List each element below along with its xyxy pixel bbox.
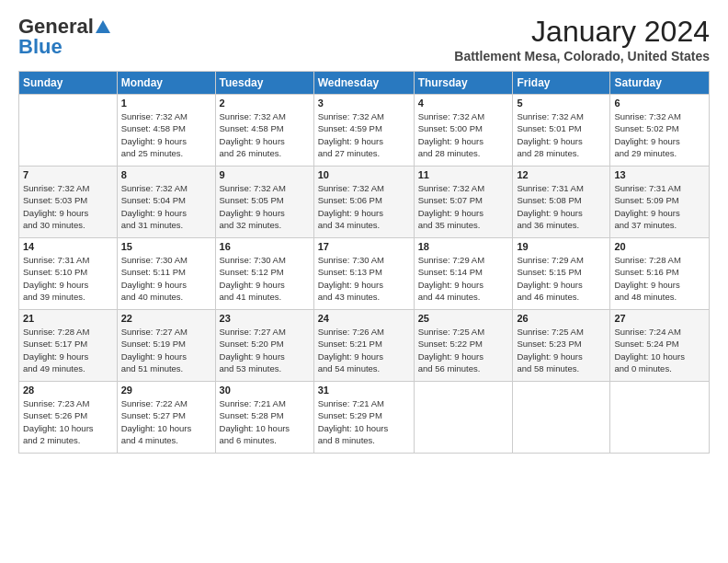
calendar-cell: 12Sunrise: 7:31 AM Sunset: 5:08 PM Dayli… — [513, 167, 610, 238]
calendar-cell: 31Sunrise: 7:21 AM Sunset: 5:29 PM Dayli… — [313, 382, 414, 454]
day-header-tuesday: Tuesday — [215, 72, 313, 95]
calendar-cell: 8Sunrise: 7:32 AM Sunset: 5:04 PM Daylig… — [117, 167, 215, 238]
day-number: 21 — [23, 313, 113, 324]
calendar-cell: 3Sunrise: 7:32 AM Sunset: 4:59 PM Daylig… — [313, 95, 414, 167]
calendar-cell: 27Sunrise: 7:24 AM Sunset: 5:24 PM Dayli… — [610, 310, 710, 382]
day-info: Sunrise: 7:24 AM Sunset: 5:24 PM Dayligh… — [614, 326, 705, 374]
day-info: Sunrise: 7:32 AM Sunset: 5:00 PM Dayligh… — [418, 110, 509, 159]
calendar-cell: 28Sunrise: 7:23 AM Sunset: 5:26 PM Dayli… — [19, 382, 118, 454]
day-info: Sunrise: 7:21 AM Sunset: 5:28 PM Dayligh… — [220, 397, 310, 446]
calendar-week-1: 1Sunrise: 7:32 AM Sunset: 4:58 PM Daylig… — [19, 95, 710, 167]
calendar-cell: 30Sunrise: 7:21 AM Sunset: 5:28 PM Dayli… — [215, 382, 313, 454]
calendar-cell — [414, 382, 513, 454]
calendar-week-4: 21Sunrise: 7:28 AM Sunset: 5:17 PM Dayli… — [19, 310, 710, 382]
day-number: 27 — [614, 313, 705, 324]
header-row: SundayMondayTuesdayWednesdayThursdayFrid… — [19, 72, 710, 95]
day-info: Sunrise: 7:31 AM Sunset: 5:10 PM Dayligh… — [23, 254, 113, 303]
day-info: Sunrise: 7:31 AM Sunset: 5:08 PM Dayligh… — [517, 182, 606, 231]
calendar-cell: 6Sunrise: 7:32 AM Sunset: 5:02 PM Daylig… — [610, 95, 710, 167]
calendar-cell: 10Sunrise: 7:32 AM Sunset: 5:06 PM Dayli… — [313, 167, 414, 238]
logo-blue: Blue — [18, 35, 63, 59]
day-number: 12 — [517, 169, 606, 180]
day-number: 14 — [23, 241, 113, 252]
day-number: 9 — [220, 169, 310, 180]
day-number: 25 — [418, 313, 509, 324]
day-header-wednesday: Wednesday — [313, 72, 414, 95]
calendar-cell: 7Sunrise: 7:32 AM Sunset: 5:03 PM Daylig… — [19, 167, 118, 238]
day-info: Sunrise: 7:32 AM Sunset: 5:07 PM Dayligh… — [418, 182, 509, 231]
calendar-cell: 13Sunrise: 7:31 AM Sunset: 5:09 PM Dayli… — [610, 167, 710, 238]
day-info: Sunrise: 7:27 AM Sunset: 5:20 PM Dayligh… — [220, 326, 310, 374]
svg-marker-0 — [96, 20, 110, 33]
location-subtitle: Battlement Mesa, Colorado, United States — [454, 49, 710, 63]
day-number: 19 — [517, 241, 606, 252]
day-number: 11 — [418, 169, 509, 180]
day-header-friday: Friday — [513, 72, 610, 95]
header: General Blue January 2024 Battlement Mes… — [18, 15, 710, 63]
day-info: Sunrise: 7:25 AM Sunset: 5:22 PM Dayligh… — [418, 326, 509, 374]
calendar-week-2: 7Sunrise: 7:32 AM Sunset: 5:03 PM Daylig… — [19, 167, 710, 238]
day-info: Sunrise: 7:32 AM Sunset: 5:01 PM Dayligh… — [517, 110, 606, 159]
day-info: Sunrise: 7:22 AM Sunset: 5:27 PM Dayligh… — [121, 397, 211, 446]
day-number: 3 — [318, 98, 410, 109]
day-info: Sunrise: 7:25 AM Sunset: 5:23 PM Dayligh… — [517, 326, 606, 374]
day-info: Sunrise: 7:30 AM Sunset: 5:13 PM Dayligh… — [318, 254, 410, 303]
day-number: 26 — [517, 313, 606, 324]
day-number: 23 — [220, 313, 310, 324]
day-number: 28 — [23, 385, 113, 396]
logo-icon — [95, 18, 111, 35]
calendar-cell: 11Sunrise: 7:32 AM Sunset: 5:07 PM Dayli… — [414, 167, 513, 238]
day-number: 15 — [121, 241, 211, 252]
calendar-cell: 21Sunrise: 7:28 AM Sunset: 5:17 PM Dayli… — [19, 310, 118, 382]
day-info: Sunrise: 7:32 AM Sunset: 5:06 PM Dayligh… — [318, 182, 410, 231]
day-info: Sunrise: 7:32 AM Sunset: 5:02 PM Dayligh… — [614, 110, 705, 159]
calendar-cell: 9Sunrise: 7:32 AM Sunset: 5:05 PM Daylig… — [215, 167, 313, 238]
day-info: Sunrise: 7:32 AM Sunset: 4:59 PM Dayligh… — [318, 110, 410, 159]
day-header-saturday: Saturday — [610, 72, 710, 95]
calendar-table: SundayMondayTuesdayWednesdayThursdayFrid… — [18, 71, 710, 454]
calendar-cell: 5Sunrise: 7:32 AM Sunset: 5:01 PM Daylig… — [513, 95, 610, 167]
day-number: 13 — [614, 169, 705, 180]
calendar-cell: 20Sunrise: 7:28 AM Sunset: 5:16 PM Dayli… — [610, 238, 710, 310]
calendar-cell: 24Sunrise: 7:26 AM Sunset: 5:21 PM Dayli… — [313, 310, 414, 382]
day-header-sunday: Sunday — [19, 72, 118, 95]
page-container: General Blue January 2024 Battlement Mes… — [0, 0, 728, 463]
day-info: Sunrise: 7:27 AM Sunset: 5:19 PM Dayligh… — [121, 326, 211, 374]
day-info: Sunrise: 7:31 AM Sunset: 5:09 PM Dayligh… — [614, 182, 705, 231]
calendar-cell: 15Sunrise: 7:30 AM Sunset: 5:11 PM Dayli… — [117, 238, 215, 310]
calendar-cell: 19Sunrise: 7:29 AM Sunset: 5:15 PM Dayli… — [513, 238, 610, 310]
day-number: 6 — [614, 98, 705, 109]
calendar-cell: 22Sunrise: 7:27 AM Sunset: 5:19 PM Dayli… — [117, 310, 215, 382]
day-number: 8 — [121, 169, 211, 180]
day-number: 1 — [121, 98, 211, 109]
day-info: Sunrise: 7:26 AM Sunset: 5:21 PM Dayligh… — [318, 326, 410, 374]
day-header-thursday: Thursday — [414, 72, 513, 95]
day-info: Sunrise: 7:28 AM Sunset: 5:16 PM Dayligh… — [614, 254, 705, 303]
day-number: 31 — [318, 385, 410, 396]
day-info: Sunrise: 7:32 AM Sunset: 4:58 PM Dayligh… — [220, 110, 310, 159]
calendar-cell: 2Sunrise: 7:32 AM Sunset: 4:58 PM Daylig… — [215, 95, 313, 167]
day-info: Sunrise: 7:32 AM Sunset: 5:05 PM Dayligh… — [220, 182, 310, 231]
day-number: 30 — [220, 385, 310, 396]
day-info: Sunrise: 7:32 AM Sunset: 5:03 PM Dayligh… — [23, 182, 113, 231]
day-info: Sunrise: 7:29 AM Sunset: 5:15 PM Dayligh… — [517, 254, 606, 303]
calendar-cell: 18Sunrise: 7:29 AM Sunset: 5:14 PM Dayli… — [414, 238, 513, 310]
calendar-week-5: 28Sunrise: 7:23 AM Sunset: 5:26 PM Dayli… — [19, 382, 710, 454]
day-number: 16 — [220, 241, 310, 252]
calendar-cell — [610, 382, 710, 454]
day-info: Sunrise: 7:21 AM Sunset: 5:29 PM Dayligh… — [318, 397, 410, 446]
title-block: January 2024 Battlement Mesa, Colorado, … — [454, 15, 710, 63]
day-number: 2 — [220, 98, 310, 109]
calendar-cell: 26Sunrise: 7:25 AM Sunset: 5:23 PM Dayli… — [513, 310, 610, 382]
day-info: Sunrise: 7:30 AM Sunset: 5:11 PM Dayligh… — [121, 254, 211, 303]
calendar-cell: 17Sunrise: 7:30 AM Sunset: 5:13 PM Dayli… — [313, 238, 414, 310]
day-info: Sunrise: 7:29 AM Sunset: 5:14 PM Dayligh… — [418, 254, 509, 303]
calendar-cell — [513, 382, 610, 454]
calendar-cell: 14Sunrise: 7:31 AM Sunset: 5:10 PM Dayli… — [19, 238, 118, 310]
day-number: 17 — [318, 241, 410, 252]
day-info: Sunrise: 7:30 AM Sunset: 5:12 PM Dayligh… — [220, 254, 310, 303]
day-number: 18 — [418, 241, 509, 252]
day-number: 29 — [121, 385, 211, 396]
calendar-cell: 4Sunrise: 7:32 AM Sunset: 5:00 PM Daylig… — [414, 95, 513, 167]
day-number: 10 — [318, 169, 410, 180]
